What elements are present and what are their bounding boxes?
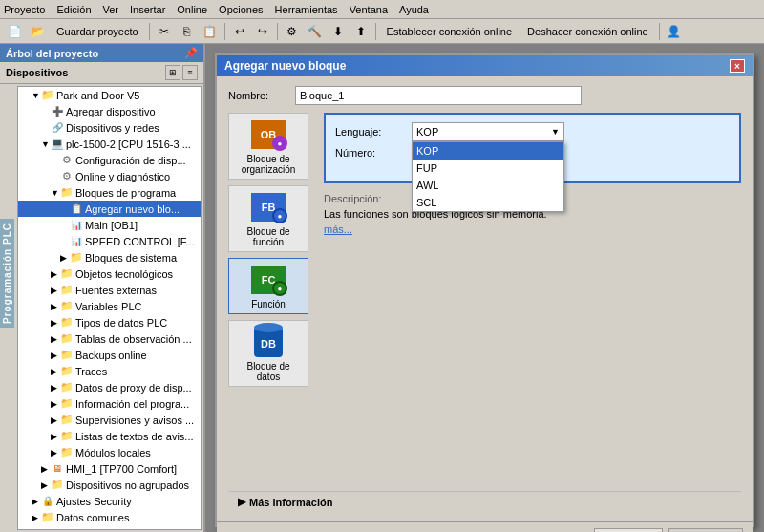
copy-btn[interactable]: ⎘ bbox=[177, 21, 198, 42]
menu-online[interactable]: Online bbox=[177, 4, 207, 15]
dialog-body: OB ● Bloque de organización bbox=[228, 113, 741, 491]
tree-item-ungrouped[interactable]: ▶ 📁 Dispositivos no agrupados bbox=[18, 477, 201, 493]
tree-item-ext[interactable]: ▶ 📁 Fuentes externas bbox=[18, 282, 201, 298]
block-fc[interactable]: FC ● Función bbox=[228, 258, 308, 314]
sidebar-icon-btn2[interactable]: ≡ bbox=[182, 65, 198, 80]
tree-item-speed[interactable]: 📊 SPEED CONTROL [F... bbox=[18, 233, 201, 249]
disconnect-online-btn[interactable]: Deshacer conexión online bbox=[520, 21, 655, 42]
option-kop[interactable]: KOP bbox=[413, 142, 563, 160]
tree-item-datatypes[interactable]: ▶ 📁 Tipos de datos PLC bbox=[18, 314, 201, 330]
folder-icon: 📁 bbox=[60, 414, 74, 427]
tree-item-proginfo[interactable]: ▶ 📁 Información del progra... bbox=[18, 395, 201, 412]
expand-arrow: ▶ bbox=[51, 351, 60, 360]
tree-item-add-device[interactable]: ➕ Agregar dispositivo bbox=[18, 103, 201, 119]
nombre-input[interactable] bbox=[295, 86, 582, 105]
tree-label: Online y diagnóstico bbox=[75, 171, 170, 182]
tree-item-proxy[interactable]: ▶ 📁 Datos de proxy de disp... bbox=[18, 379, 201, 395]
upload-btn[interactable]: ⬆ bbox=[350, 21, 371, 42]
sidebar-pin-icon[interactable]: 📌 bbox=[184, 47, 198, 59]
tree-item-config[interactable]: ⚙ Configuración de disp... bbox=[18, 152, 201, 168]
accept-btn[interactable]: Aceptar bbox=[594, 528, 663, 532]
open-btn[interactable]: 📂 bbox=[27, 21, 48, 42]
tree-item-add-block[interactable]: 📋 Agregar nuevo blo... bbox=[18, 201, 201, 217]
expand-arrow: ▶ bbox=[51, 302, 60, 311]
menu-proyecto[interactable]: Proyecto bbox=[4, 4, 45, 15]
folder-icon: 📁 bbox=[41, 89, 54, 102]
menu-opciones[interactable]: Opciones bbox=[219, 4, 263, 15]
expand-arrow: ▼ bbox=[51, 188, 60, 198]
db-shape: DB bbox=[247, 325, 289, 359]
expand-arrow: ▶ bbox=[51, 367, 60, 376]
tree-item-online-diag[interactable]: ⚙ Online y diagnóstico bbox=[18, 168, 201, 184]
dialog-title: Agregar nuevo bloque bbox=[224, 59, 346, 73]
dialog-titlebar: Agregar nuevo bloque × bbox=[217, 55, 753, 76]
folder-icon: 📁 bbox=[60, 397, 74, 411]
menu-ayuda[interactable]: Ayuda bbox=[399, 4, 429, 15]
cpu-icon: 💻 bbox=[51, 138, 64, 151]
menu-ventana[interactable]: Ventana bbox=[350, 4, 388, 15]
tree-label: plc-1500-2 [CPU 1516-3 ... bbox=[66, 138, 191, 150]
cancel-btn[interactable]: Cancelar bbox=[668, 528, 743, 532]
dropdown-selected[interactable]: KOP ▼ bbox=[412, 122, 564, 141]
tree-item-devnets[interactable]: 🔗 Dispositivos y redes bbox=[18, 119, 201, 136]
more-info-section[interactable]: ▶ Más información bbox=[228, 491, 741, 512]
tree-item-tech[interactable]: ▶ 📁 Objetos tecnológicos bbox=[18, 266, 201, 282]
cut-btn[interactable]: ✂ bbox=[154, 21, 175, 42]
folder-icon: 📁 bbox=[60, 365, 74, 378]
block-ob[interactable]: OB ● Bloque de organización bbox=[228, 113, 308, 180]
tree-item-prog-blocks[interactable]: ▼ 📁 Bloques de programa bbox=[18, 184, 201, 201]
dialog-close-btn[interactable]: × bbox=[730, 59, 745, 73]
tree-item-main[interactable]: 📊 Main [OB1] bbox=[18, 217, 201, 233]
compile-btn[interactable]: ⚙ bbox=[282, 21, 303, 42]
menu-herramientas[interactable]: Herramientas bbox=[275, 4, 338, 15]
sidebar-title: Árbol del proyecto bbox=[6, 48, 98, 59]
tree-item-hmi[interactable]: ▶ 🖥 HMI_1 [TP700 Comfort] bbox=[18, 460, 201, 477]
save-btn[interactable]: Guardar proyecto bbox=[50, 21, 145, 42]
option-awl[interactable]: AWL bbox=[413, 177, 563, 194]
ob-shape: OB ● bbox=[247, 117, 289, 152]
devices-header: Dispositivos ⊞ ≡ bbox=[0, 62, 203, 84]
block-fb[interactable]: FB ● Bloque de función bbox=[228, 185, 308, 252]
download-btn[interactable]: ⬇ bbox=[328, 21, 349, 42]
tree-item-textlists[interactable]: ▶ 📁 Listas de textos de avis... bbox=[18, 428, 201, 444]
connect-online-btn[interactable]: Establecer conexión online bbox=[380, 21, 519, 42]
tree-item-watch[interactable]: ▶ 📁 Tablas de observación ... bbox=[18, 330, 201, 347]
tree-label: Agregar nuevo blo... bbox=[85, 203, 180, 215]
tree-item-traces[interactable]: ▶ 📁 Traces bbox=[18, 363, 201, 379]
folder-icon: 📁 bbox=[60, 349, 74, 362]
sidebar-header: Árbol del proyecto 📌 bbox=[0, 44, 203, 62]
tree-item-security[interactable]: ▶ 🔒 Ajustes Security bbox=[18, 493, 201, 509]
tree-item-vars[interactable]: ▶ 📁 Variables PLC bbox=[18, 298, 201, 314]
undo-btn[interactable]: ↩ bbox=[229, 21, 250, 42]
paste-btn[interactable]: 📋 bbox=[200, 21, 221, 42]
user-btn[interactable]: 👤 bbox=[664, 21, 685, 42]
block-db[interactable]: DB Bloque de datos bbox=[228, 320, 308, 387]
tree-label: Tablas de observación ... bbox=[75, 333, 192, 345]
tree-item-common[interactable]: ▶ 📁 Datos comunes bbox=[18, 509, 201, 525]
language-dropdown[interactable]: KOP ▼ KOP FUP AWL SCL bbox=[412, 122, 564, 141]
option-scl[interactable]: SCL bbox=[413, 194, 563, 211]
tree-item-park[interactable]: ▼ 📁 Park and Door V5 bbox=[18, 87, 201, 103]
option-fup[interactable]: FUP bbox=[413, 160, 563, 177]
tree-label: Main [OB1] bbox=[85, 220, 138, 231]
expand-arrow: ▼ bbox=[32, 91, 41, 100]
build-btn[interactable]: 🔨 bbox=[305, 21, 326, 42]
gear-icon: ⚙ bbox=[60, 154, 74, 167]
expand-arrow: ▶ bbox=[51, 432, 60, 441]
sep5 bbox=[659, 23, 660, 40]
prog-icon: 📊 bbox=[70, 235, 83, 248]
tree-item-plc[interactable]: ▼ 💻 plc-1500-2 [CPU 1516-3 ... bbox=[18, 136, 201, 152]
tree-item-local[interactable]: ▶ 📁 Módulos locales bbox=[18, 444, 201, 460]
menu-ver[interactable]: Ver bbox=[103, 4, 119, 15]
sidebar: Árbol del proyecto 📌 Dispositivos ⊞ ≡ Pr… bbox=[0, 44, 205, 532]
more-link[interactable]: más... bbox=[324, 223, 741, 235]
menu-insertar[interactable]: Insertar bbox=[130, 4, 165, 15]
ob-badge: ● bbox=[272, 136, 287, 151]
sidebar-icon-btn1[interactable]: ⊞ bbox=[165, 65, 180, 80]
redo-btn[interactable]: ↪ bbox=[252, 21, 273, 42]
tree-item-backups[interactable]: ▶ 📁 Backups online bbox=[18, 347, 201, 363]
tree-item-sys-blocks[interactable]: ▶ 📁 Bloques de sistema bbox=[18, 249, 201, 266]
menu-edicion[interactable]: Edición bbox=[56, 4, 91, 15]
tree-item-super[interactable]: ▶ 📁 Supervisiones y avisos ... bbox=[18, 412, 201, 428]
new-btn[interactable]: 📄 bbox=[4, 21, 25, 42]
